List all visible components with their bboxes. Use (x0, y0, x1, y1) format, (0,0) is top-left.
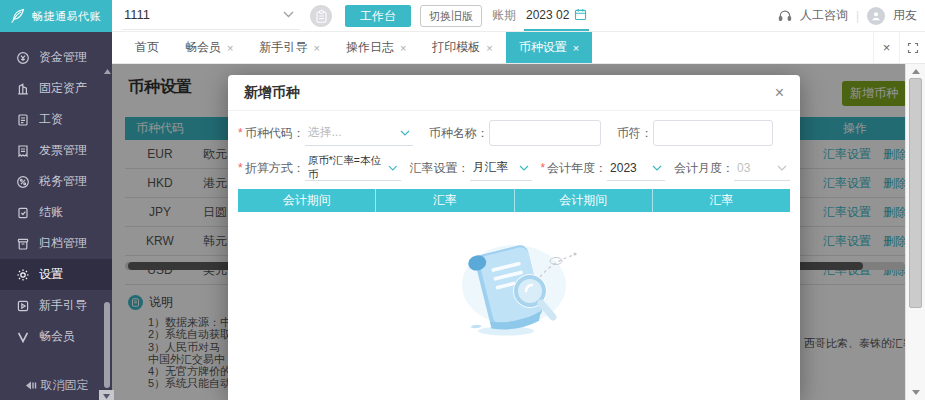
fixed-assets-icon (16, 82, 30, 96)
chevron-down-icon (400, 130, 410, 136)
tab-operation-log[interactable]: 操作日志 × (333, 32, 419, 63)
modal-field-row-2: * 折算方式： 原币*汇率=本位币 汇率设置： 月汇率 * 会计年度： 2023… (228, 154, 800, 182)
tab-print-template[interactable]: 打印模板 × (419, 32, 505, 63)
required-mark: * (238, 161, 243, 175)
currency-name-input[interactable] (489, 120, 601, 146)
currency-code-select[interactable]: 选择... (305, 121, 413, 146)
sidebar-item-label: 畅会员 (39, 328, 75, 345)
rate-table-header: 会计期间 汇率 会计期间 汇率 (238, 189, 790, 212)
calendar-icon (574, 8, 587, 21)
tab-label: 首页 (135, 39, 159, 56)
chevron-down-icon (283, 11, 294, 18)
switch-old-version-button[interactable]: 切换旧版 (420, 5, 482, 27)
scroll-up-icon[interactable] (912, 69, 920, 74)
top-bar: 畅捷通易代账 1111 工作台 切换旧版 账期 2023 02 人工咨询 | 用… (0, 0, 925, 32)
headset-icon (778, 9, 792, 22)
tab-label: 打印模板 (432, 39, 480, 56)
sidebar-item-label: 发票管理 (39, 142, 87, 159)
sidebar-item-label: 新手引导 (39, 297, 87, 314)
rate-column-header: 汇率 (376, 189, 514, 212)
sidebar-item-funds[interactable]: 资金管理 (0, 42, 112, 73)
divider: | (856, 9, 859, 23)
user-icon (870, 10, 882, 22)
sidebar-item-tax[interactable]: 税务管理 (0, 166, 112, 197)
tab-home[interactable]: 首页 (122, 32, 172, 63)
sidebar-item-label: 归档管理 (39, 235, 87, 252)
required-mark: * (540, 161, 545, 175)
empty-state-illustration (434, 227, 594, 347)
fiscal-year-select[interactable]: 2023 (607, 156, 665, 181)
close-icon[interactable]: × (227, 42, 233, 54)
rate-column-header: 汇率 (653, 189, 790, 212)
vertical-scrollbar[interactable] (905, 64, 925, 400)
avatar[interactable] (867, 7, 885, 25)
sidebar-item-guide[interactable]: 新手引导 (0, 290, 112, 321)
feather-logo-icon (9, 7, 27, 25)
support-link[interactable]: 人工咨询 (800, 7, 848, 24)
sidebar-item-label: 结账 (39, 204, 63, 221)
tab-member[interactable]: 畅会员 × (172, 32, 246, 63)
tab-label: 操作日志 (346, 39, 394, 56)
sidebar-item-archive[interactable]: 归档管理 (0, 228, 112, 259)
tab-label: 畅会员 (185, 39, 221, 56)
tab-label: 币种设置 (519, 39, 567, 56)
currency-code-label: 币种代码： (245, 125, 305, 142)
unpin-sidebar-button[interactable]: 取消固定 (0, 377, 112, 394)
rate-setting-label: 汇率设置： (410, 160, 470, 177)
archive-icon (16, 237, 30, 251)
sidebar-item-settings[interactable]: 设置 (0, 259, 112, 290)
fiscal-month-label: 会计月度： (674, 160, 734, 177)
fiscal-month-select[interactable]: 03 (734, 156, 790, 181)
fullscreen-button[interactable] (899, 32, 925, 63)
sidebar-scrollbar-thumb[interactable] (104, 302, 110, 388)
sidebar-item-invoice[interactable]: 发票管理 (0, 135, 112, 166)
rate-setting-select[interactable]: 月汇率 (470, 156, 532, 181)
currency-name-label: 币种名称： (429, 125, 489, 142)
period-column-header: 会计期间 (515, 189, 653, 212)
sidebar-item-fixed-assets[interactable]: 固定资产 (0, 73, 112, 104)
sidebar-item-closing[interactable]: 结账 (0, 197, 112, 228)
sidebar-scroll-up-icon[interactable] (104, 69, 111, 74)
add-currency-modal: 新增币种 × * 币种代码： 选择... 币种名称： 币符： * 折算方式： 原… (228, 75, 800, 400)
sidebar: 资金管理 固定资产 工资 发票管理 税务管理 结账 归档管理 设置 (0, 32, 112, 400)
currency-symbol-label: 币符： (617, 125, 653, 142)
sidebar-item-label: 固定资产 (39, 80, 87, 97)
tab-currency-settings[interactable]: 币种设置 × (506, 32, 592, 63)
close-all-tabs-button[interactable]: × (873, 32, 899, 63)
period-column-header: 会计期间 (238, 189, 376, 212)
chevron-down-icon (777, 165, 787, 171)
conversion-method-select[interactable]: 原币*汇率=本位币 (305, 156, 401, 181)
sidebar-item-label: 设置 (39, 266, 63, 283)
guide-icon (16, 299, 30, 313)
company-name: 1111 (124, 7, 150, 22)
close-icon[interactable]: × (775, 85, 784, 101)
member-v-icon (16, 330, 30, 344)
brand-name: 畅捷通易代账 (32, 9, 101, 24)
collapse-pin-icon (24, 380, 37, 391)
tax-icon (16, 175, 30, 189)
period-label: 账期 (492, 7, 516, 24)
close-icon[interactable]: × (313, 42, 319, 54)
company-select[interactable]: 1111 (122, 0, 300, 30)
workbench-button[interactable]: 工作台 (345, 5, 411, 27)
modal-title: 新增币种 (244, 84, 300, 102)
vertical-scrollbar-thumb[interactable] (909, 78, 922, 308)
currency-symbol-input[interactable] (653, 120, 773, 146)
sidebar-item-salary[interactable]: 工资 (0, 104, 112, 135)
close-icon[interactable]: × (486, 42, 492, 54)
sidebar-item-member[interactable]: 畅会员 (0, 321, 112, 352)
required-mark: * (238, 126, 243, 140)
username[interactable]: 用友 (893, 7, 917, 24)
expand-icon (907, 42, 919, 54)
scroll-down-icon[interactable] (912, 390, 920, 395)
close-icon[interactable]: × (573, 42, 579, 54)
unpin-label: 取消固定 (41, 377, 89, 394)
tab-bar: 首页 畅会员 × 新手引导 × 操作日志 × 打印模板 × 币种设置 × × (112, 32, 925, 64)
tab-guide[interactable]: 新手引导 × (246, 32, 332, 63)
clipboard-icon[interactable] (310, 5, 332, 27)
chevron-down-icon (652, 165, 662, 171)
gear-icon (16, 268, 30, 282)
app-logo: 畅捷通易代账 (0, 0, 112, 32)
close-icon[interactable]: × (400, 42, 406, 54)
period-picker[interactable]: 2023 02 (524, 1, 589, 31)
